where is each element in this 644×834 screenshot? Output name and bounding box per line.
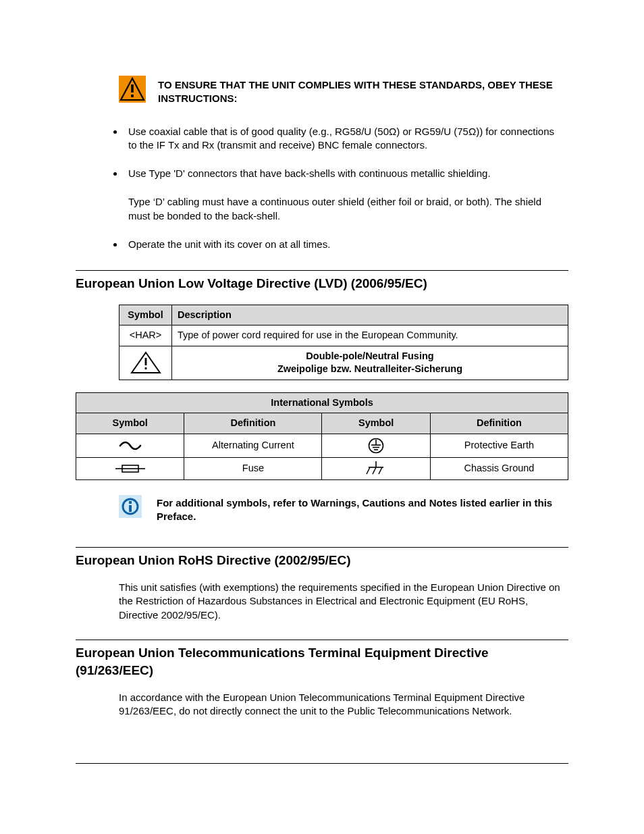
bullet-text: Use coaxial cable that is of good qualit… (128, 126, 554, 151)
rohs-body: This unit satisfies (with exemptions) th… (119, 581, 568, 622)
cell-desc-fusing: Double-pole/Neutral Fusing Zweipolige bz… (172, 346, 568, 380)
fusing-line2: Zweipolige bzw. Neutralleiter-Sicherung (277, 363, 462, 374)
section-heading-tte: European Union Telecommunications Termin… (76, 640, 568, 679)
cell-def-ac: Alternating Current (184, 434, 322, 458)
svg-rect-23 (129, 501, 132, 504)
svg-rect-5 (144, 358, 146, 365)
instruction-bullets: Use coaxial cable that is of good qualit… (124, 125, 568, 252)
svg-rect-3 (131, 95, 134, 97)
section-heading-lvd: European Union Low Voltage Directive (LV… (76, 270, 568, 292)
info-note-block: For additional symbols, refer to Warning… (119, 495, 568, 524)
col-header-symbol: Symbol (76, 413, 184, 434)
lvd-table: Symbol Description <HAR> Type of power c… (119, 305, 568, 380)
cell-symbol-fuse (76, 458, 184, 480)
compliance-warning-block: TO ENSURE THAT THE UNIT COMPLIES WITH TH… (119, 76, 568, 106)
cell-symbol-caution-triangle (119, 346, 172, 380)
bullet-item: Operate the unit with its cover on at al… (124, 238, 564, 251)
cell-symbol-cg (322, 458, 430, 480)
bullet-item: Use Type 'D' connectors that have back-s… (124, 167, 564, 223)
svg-line-19 (373, 467, 376, 474)
fusing-line1: Double-pole/Neutral Fusing (306, 350, 433, 361)
bullet-subtext: Type ‘D’ cabling must have a continuous … (128, 195, 564, 223)
col-header-symbol: Symbol (322, 413, 430, 434)
cell-desc-har: Type of power cord required for use in t… (172, 325, 568, 346)
svg-rect-24 (129, 505, 132, 512)
warning-icon (119, 76, 146, 103)
international-symbols-table: International Symbols Symbol Definition … (76, 392, 568, 480)
cell-def-fuse: Fuse (184, 458, 322, 480)
col-header-description: Description (172, 305, 568, 325)
footer-rule (76, 763, 568, 764)
tte-body: In accordance with the European Union Te… (119, 691, 568, 719)
table-title: International Symbols (76, 392, 568, 413)
bullet-text: Use Type 'D' connectors that have back-s… (128, 167, 491, 179)
cell-def-cg: Chassis Ground (430, 458, 568, 480)
col-header-definition: Definition (430, 413, 568, 434)
cell-def-pe: Protective Earth (430, 434, 568, 458)
info-text: For additional symbols, refer to Warning… (157, 495, 568, 524)
section-heading-rohs: European Union RoHS Directive (2002/95/E… (76, 547, 568, 569)
bullet-text: Operate the unit with its cover on at al… (128, 238, 330, 250)
caution-triangle-icon (130, 351, 161, 374)
svg-rect-2 (131, 84, 134, 93)
fuse-icon (115, 463, 145, 474)
svg-line-20 (379, 467, 382, 474)
chassis-ground-icon (366, 461, 386, 476)
cell-symbol-har: <HAR> (119, 325, 172, 346)
warning-text: TO ENSURE THAT THE UNIT COMPLIES WITH TH… (158, 76, 568, 106)
ac-icon (119, 440, 142, 451)
bullet-item: Use coaxial cable that is of good qualit… (124, 125, 564, 153)
col-header-definition: Definition (184, 413, 322, 434)
protective-earth-icon (367, 438, 385, 454)
cell-symbol-pe (322, 434, 430, 458)
col-header-symbol: Symbol (119, 305, 172, 325)
info-icon (119, 495, 144, 518)
svg-rect-6 (144, 367, 146, 369)
cell-symbol-ac (76, 434, 184, 458)
svg-line-18 (367, 467, 370, 474)
